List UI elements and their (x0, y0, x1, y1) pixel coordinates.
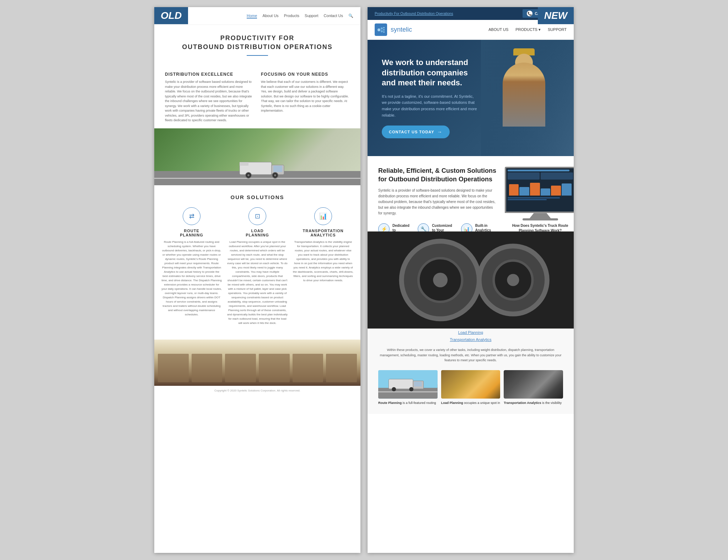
analytics-title: TRANSPORTATIONANALYTICS (303, 229, 343, 237)
cap-image-analytics: Transportation Analytics is the visibili… (504, 370, 563, 405)
new-badge: NEW (538, 7, 574, 24)
old-col-title-needs: FOCUSING ON YOUR NEEDS (261, 72, 350, 77)
tires-image (504, 370, 563, 399)
route-icon: ⇄ (183, 207, 200, 225)
load-text: Load Planning occupies a unique spot in … (227, 240, 288, 325)
cta-arrow: → (437, 129, 443, 135)
nav-link-support[interactable]: Support (305, 14, 318, 18)
route-title: ROUTEPLANNING (180, 229, 203, 237)
new-hero-title: We work to understand distribution compa… (382, 58, 480, 88)
old-panel: OLD syntelic Home About Us Products Supp… (154, 7, 360, 553)
old-solutions: OUR SOLUTIONS ⇄ ROUTEPLANNING Route Plan… (154, 185, 360, 340)
solution-load: ⊡ LOADPLANNING Load Planning occupies a … (227, 207, 288, 325)
capabilities-section: Capabilities of Syntelic's Trucking Soft… (368, 294, 574, 414)
old-hero-line (247, 55, 268, 56)
old-truck-image (154, 128, 360, 185)
contact-us-today-button[interactable]: CONTACT US TODAY → (382, 126, 450, 138)
cta-label: CONTACT US TODAY (389, 130, 434, 134)
analytics-image-box (504, 370, 563, 399)
nav-link-home[interactable]: Home (247, 14, 257, 18)
old-solutions-title: OUR SOLUTIONS (161, 194, 353, 200)
svg-rect-3 (240, 162, 248, 166)
search-icon[interactable]: 🔍 (348, 14, 353, 18)
cap-images: Route Planning is a full-featured routin… (378, 370, 563, 405)
old-badge: OLD (154, 7, 188, 24)
old-hero-title: PRODUCTIVITY FOROUTBOUND DISTRIBUTION OP… (165, 34, 350, 52)
old-col-title-distribution: DISTRIBUTION EXCELLENCE (165, 72, 254, 77)
old-nav-links: Home About Us Products Support Contact U… (247, 14, 353, 18)
new-panel: NEW Productivity For Outbound Distributi… (368, 7, 574, 553)
svg-point-5 (247, 174, 250, 176)
old-hero: PRODUCTIVITY FOROUTBOUND DISTRIBUTION OP… (154, 25, 360, 66)
shelf-5 (293, 354, 323, 382)
old-footer: Copyright © 2020 Syntelic Solutions Corp… (154, 386, 360, 395)
solution-analytics: 📊 TRANSPORTATIONANALYTICS Transportation… (293, 207, 353, 325)
svg-rect-2 (273, 166, 282, 172)
svg-point-7 (274, 174, 276, 176)
shelf-1 (158, 354, 189, 382)
shelf-6 (326, 354, 357, 382)
solution-route: ⇄ ROUTEPLANNING Route Planning is a full… (161, 207, 222, 325)
shelf-3 (225, 354, 256, 382)
old-col-distribution: DISTRIBUTION EXCELLENCE Syntelic is a pr… (165, 72, 254, 123)
analytics-icon: 📊 (314, 207, 332, 225)
old-two-col: DISTRIBUTION EXCELLENCE Syntelic is a pr… (154, 66, 360, 128)
shelf-4 (259, 354, 290, 382)
nav-link-products[interactable]: Products (284, 14, 299, 18)
new-hero-content: We work to understand distribution compa… (382, 58, 480, 138)
tires-svg (504, 370, 563, 399)
analytics-text: Transportation Analytics is the visibili… (293, 240, 353, 283)
truck-icon (229, 159, 286, 180)
old-col-text-distribution: Syntelic is a provider of software based… (165, 80, 254, 123)
load-title: LOADPLANNING (246, 229, 269, 237)
route-text: Route Planning is a full-featured routin… (161, 240, 222, 317)
old-solutions-grid: ⇄ ROUTEPLANNING Route Planning is a full… (161, 207, 353, 325)
shelf-2 (192, 354, 223, 382)
warehouse-shelves (154, 350, 360, 386)
nav-link-about[interactable]: About Us (262, 14, 278, 18)
old-col-needs: FOCUSING ON YOUR NEEDS We believe that e… (261, 72, 350, 123)
old-col-text-needs: We believe that each of our customers is… (261, 80, 350, 113)
old-warehouse-image (154, 340, 360, 386)
nav-link-contact[interactable]: Contact Us (324, 14, 343, 18)
new-hero-subtitle: It's not just a tagline, it's our commit… (382, 94, 480, 118)
load-icon: ⊡ (248, 207, 266, 225)
